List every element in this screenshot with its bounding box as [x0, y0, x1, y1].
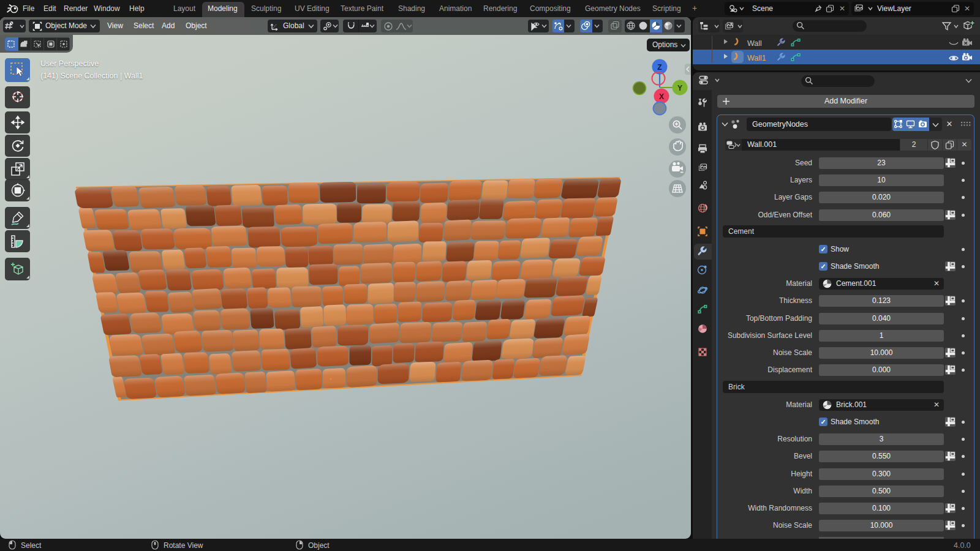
svg-text:X: X [659, 92, 664, 101]
svg-text:Z: Z [657, 63, 662, 72]
svg-text:Y: Y [677, 84, 682, 92]
